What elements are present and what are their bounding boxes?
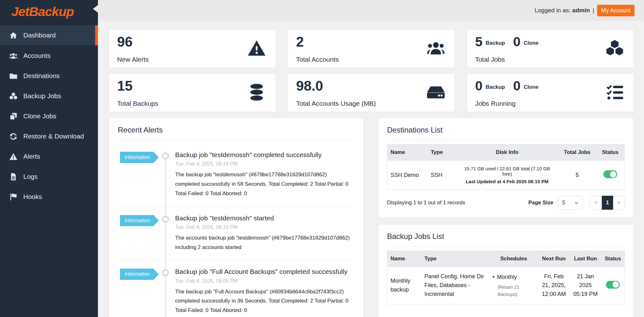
panel-title: Destinations List <box>387 126 625 134</box>
table-footer: Displaying 1 to 1 out of 1 records Page … <box>387 195 625 210</box>
clone-icon <box>9 112 18 121</box>
schedule-retention-note: (Retain 21 Backups) <box>493 284 535 298</box>
timeline-marker-icon <box>162 216 169 223</box>
sidebar-item-label: Clone Jobs <box>23 112 56 120</box>
alert-timestamp: Tue, Feb 4, 2025, 08:05 PM <box>175 278 353 284</box>
flag-icon <box>9 193 18 201</box>
alert-item: Information Backup job "Full Account Bac… <box>118 261 355 317</box>
status-toggle[interactable] <box>603 170 617 178</box>
stat-card-total-accounts: 2 Total Accounts <box>288 29 455 68</box>
users-icon <box>9 52 18 60</box>
sidebar-item-dashboard[interactable]: Dashboard <box>0 25 98 46</box>
recent-alerts-panel: Recent Alerts Information Backup job "te… <box>109 118 364 317</box>
sidebar-item-label: Accounts <box>23 52 50 59</box>
table-row: SSH Demo SSH 15.71 GB used / 22.81 GB to… <box>387 161 625 190</box>
cubes-icon <box>9 92 18 100</box>
sidebar-item-restore-download[interactable]: Restore & Download <box>0 126 98 146</box>
sidebar-item-label: Logs <box>23 173 38 180</box>
sidebar-item-label: Alerts <box>23 153 40 160</box>
stat-card-jobs-running: 0 Backup 0 Clone Jobs Running <box>467 73 634 112</box>
right-column: Destinations List Name Type Disk Info To… <box>378 118 634 317</box>
my-account-button[interactable]: My Account <box>597 5 635 16</box>
username: admin <box>572 7 590 14</box>
stat-card-new-alerts: 96 New Alerts <box>109 29 276 68</box>
stats-grid: 96 New Alerts 2 Total Accounts 5 Backup … <box>109 29 634 112</box>
stat-card-total-jobs: 5 Backup 0 Clone Total Jobs <box>467 29 634 68</box>
table-header-row: Name Type Disk Info Total Jobs Status <box>387 144 625 161</box>
sidebar: JetBackup Dashboard Accounts Destination… <box>0 0 98 317</box>
alerts-timeline: Information Backup job "testdemossh" com… <box>118 144 355 317</box>
sidebar-item-label: Backup Jobs <box>23 92 61 100</box>
destination-disk-info: 15.71 GB used / 22.81 GB total (7.10 GB … <box>456 161 558 190</box>
sidebar-item-clone-jobs[interactable]: Clone Jobs <box>0 106 98 126</box>
stat-card-total-backups: 15 Total Backups <box>109 73 276 112</box>
page-size-label: Page Size <box>528 200 553 206</box>
stat-combo: 0 Backup 0 Clone <box>475 79 625 93</box>
job-name: Monthly backup <box>387 267 421 304</box>
timeline-marker-icon <box>162 269 169 276</box>
destinations-panel: Destinations List Name Type Disk Info To… <box>378 118 634 218</box>
page-size-value: 5 <box>562 200 565 206</box>
alert-timestamp: Tue, Feb 4, 2025, 08:15 PM <box>175 224 353 230</box>
dashboard-content: 96 New Alerts 2 Total Accounts 5 Backup … <box>98 21 644 317</box>
stat-label: Total Accounts Usage (MB) <box>296 100 376 107</box>
status-toggle[interactable] <box>606 281 620 289</box>
clone-unit-label: Clone <box>524 40 539 48</box>
sidebar-item-destinations[interactable]: Destinations <box>0 66 98 86</box>
column-header-status: Status <box>601 251 624 267</box>
column-header-name: Name <box>387 251 421 267</box>
home-icon <box>9 31 18 40</box>
sidebar-item-hooks[interactable]: Hooks <box>0 187 98 207</box>
next-page-button[interactable]: > <box>613 196 624 210</box>
sync-icon <box>9 132 18 141</box>
prev-page-button[interactable]: < <box>590 196 602 210</box>
divider <box>387 246 625 247</box>
alert-item: Information Backup job "testdemossh" com… <box>118 144 355 207</box>
pagination: < 1 > <box>590 195 625 210</box>
backup-jobs-table: Name Type Schedules Next Run Last Run St… <box>387 251 625 304</box>
stat-card-accounts-usage: 98.0 Total Accounts Usage (MB) <box>288 73 455 112</box>
bullet-icon: • <box>493 274 494 280</box>
stat-label: Jobs Running <box>475 100 516 107</box>
sidebar-item-accounts[interactable]: Accounts <box>0 46 98 66</box>
disk-usage-text: 15.71 GB used / 22.81 GB total (7.10 GB … <box>459 166 555 177</box>
stat-value: 2 <box>296 34 446 50</box>
timeline-marker-icon <box>162 152 169 160</box>
table-header-row: Name Type Schedules Next Run Last Run St… <box>387 251 625 267</box>
column-header-total-jobs: Total Jobs <box>558 144 596 161</box>
alert-body: The accounts backup job "testdemossh" (#… <box>175 233 353 252</box>
users-icon <box>426 39 445 59</box>
folder-icon <box>9 72 18 80</box>
alert-title: Backup job "testdemossh" completed succe… <box>175 150 353 159</box>
alert-body: The backup job "testdemossh" (#679be1776… <box>175 170 353 198</box>
destination-total-jobs: 5 <box>558 161 596 190</box>
stat-combo: 5 Backup 0 Clone <box>475 35 625 48</box>
job-next-run: Fri, Feb 21, 2025, 12:00 AM <box>538 267 569 304</box>
page-number-button[interactable]: 1 <box>602 196 613 210</box>
sidebar-item-alerts[interactable]: Alerts <box>0 146 98 167</box>
stat-label: Total Jobs <box>475 56 505 63</box>
alert-severity-badge: Information <box>120 215 159 226</box>
cubes-icon <box>605 39 624 59</box>
tasks-icon <box>605 83 624 103</box>
chevron-down-icon <box>574 201 578 205</box>
sidebar-collapse-icon[interactable] <box>93 5 98 13</box>
page-size-select[interactable]: 5 <box>558 196 583 210</box>
alert-title: Backup job "testdemossh" started <box>175 214 353 222</box>
sidebar-item-logs[interactable]: Logs <box>0 167 98 187</box>
database-icon <box>247 83 266 103</box>
sidebar-item-backup-jobs[interactable]: Backup Jobs <box>0 86 98 106</box>
clone-unit-label: Clone <box>524 84 539 93</box>
backup-jobs-panel: Backup Jobs List Name Type Schedules Nex… <box>378 224 634 317</box>
job-schedules: •Monthly (Retain 21 Backups) <box>489 267 538 304</box>
job-type: Panel Config, Home Dir Files, Databases … <box>421 267 489 304</box>
warning-triangle-icon <box>9 152 18 161</box>
schedule-name: Monthly <box>497 274 517 280</box>
destinations-table: Name Type Disk Info Total Jobs Status SS… <box>387 144 625 190</box>
disk-last-updated: Last Updated at 4 Feb 2025 08:15 PM <box>459 179 555 184</box>
stat-label: Total Backups <box>117 100 158 107</box>
sidebar-item-label: Hooks <box>23 193 42 201</box>
column-header-status: Status <box>596 144 625 161</box>
job-status <box>601 267 624 304</box>
stat-label: New Alerts <box>117 56 149 63</box>
